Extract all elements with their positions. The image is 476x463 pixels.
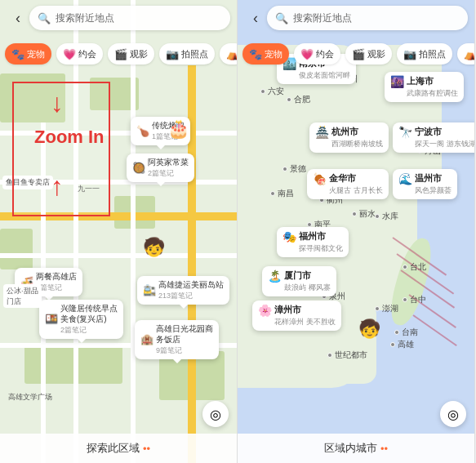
city-wenzhou[interactable]: 🌊 温州市 风色异颜荟 (393, 169, 457, 199)
poi-mrt[interactable]: 🚉 高雄捷运美丽岛站213篇笔记 (137, 276, 229, 305)
hangzhou-icon: 🏯 (315, 126, 329, 139)
right-tab-photo[interactable]: 📷 拍照点 (397, 43, 452, 65)
sea-line-3 (412, 314, 456, 346)
right-bottom-label: 区域内城市 (324, 441, 377, 456)
poi-icon: 🍗 (136, 125, 149, 137)
right-character-icon: 🧒 (358, 318, 380, 340)
city-shanghai[interactable]: 🌆 上海市 武康路有腔调住 (385, 72, 464, 102)
ningbo-icon: 🔭 (398, 126, 412, 139)
poi-hotel[interactable]: 🏨 高雄日光花园商务饭店9篇笔记 (135, 320, 219, 359)
poi-xinglong[interactable]: 🍱 兴隆居传统早点美食(复兴店)2篇笔记 (39, 300, 123, 339)
shanghai-icon: 🌆 (390, 75, 404, 88)
xiamen-name: 厦门市 (284, 269, 331, 282)
left-category-tabs: 🐾 宠物 💗 约会 🎬 观影 📷 拍照点 ⛺ (0, 39, 237, 69)
wenzhou-name: 温州市 (415, 172, 452, 185)
city-hangzhou[interactable]: 🏯 杭州市 西湖断桥南坡线 (309, 122, 389, 153)
camp-icon-r: ⛺ (464, 48, 474, 60)
right-location-button[interactable]: ◎ (440, 401, 466, 427)
label-taichung: 台中 (403, 294, 426, 305)
left-search-icon: 🔍 (38, 12, 51, 24)
poi-label: 兴隆居传统早点美食(复兴店)2篇笔记 (60, 303, 118, 336)
label-hefei: 合肥 (287, 94, 310, 105)
city-jinhua[interactable]: 🍖 金华市 火腿古 古月长长 (307, 169, 389, 199)
tab-label: 约会 (78, 48, 96, 60)
right-top-bar: ‹ 🔍 搜索附近地点 (238, 0, 474, 36)
ningbo-name: 宁波市 (415, 126, 475, 138)
left-bottom-bar: 探索此区域 •• (0, 434, 237, 463)
city-fuzhou[interactable]: 🎭 福州市 探寻闽都文化 (277, 227, 349, 257)
map-label-guangchang: 高雄文学广场 (8, 392, 52, 403)
right-search-icon: 🔍 (275, 12, 288, 24)
right-search-bar[interactable]: 🔍 搜索附近地点 (267, 6, 468, 30)
poi-label: 两餐高雄店2篇笔记 (36, 271, 77, 293)
left-tab-photo[interactable]: 📷 拍照点 (159, 43, 215, 65)
city-ningbo[interactable]: 🔭 宁波市 探天一阁 游东钱湖 (393, 122, 475, 153)
left-search-text: 搜索附近地点 (56, 11, 114, 25)
poi-icon: 🏨 (140, 333, 153, 345)
right-back-button[interactable]: ‹ (244, 7, 267, 29)
label-liuan: 六安 (260, 86, 284, 97)
pets-icon: 🐾 (11, 48, 24, 60)
label-taipei: 台北 (403, 261, 426, 273)
left-tab-pets[interactable]: 🐾 宠物 (5, 43, 51, 65)
camp-icon: ⛺ (226, 48, 237, 60)
left-bottom-dots: •• (143, 443, 150, 455)
date-icon: 💗 (63, 48, 76, 60)
poi-icecream: 公冰·甜品门店 (3, 284, 42, 308)
pets-icon-r: 🐾 (249, 48, 262, 60)
right-bottom-bar: 区域内城市 •• (238, 434, 474, 463)
date-icon-r: 💗 (300, 48, 314, 60)
left-back-button[interactable]: ‹ (7, 7, 29, 29)
left-location-button[interactable]: ◎ (202, 401, 229, 427)
shanghai-name: 上海市 (407, 75, 458, 87)
tab-label-r: 宠物 (265, 48, 282, 60)
fuzhou-sub: 探寻闽都文化 (299, 243, 343, 254)
city-xiamen[interactable]: 🏝️ 厦门市 鼓浪屿 椰风寨 (262, 266, 336, 296)
zoom-arrow-down: ↓ (51, 88, 64, 118)
label-shiji: 世纪都市 (327, 349, 367, 361)
left-panel: 九一一 高雄文学广场 🧒 🎂 ↓ ↑ Zoom In 🍗 传统烤鸭1篇笔记 🥘 … (0, 0, 238, 463)
jinhua-icon: 🍖 (313, 172, 327, 185)
zhangzhou-sub: 花样漳州 美不胜收 (274, 317, 336, 327)
ningbo-sub: 探天一阁 游东钱湖 (415, 139, 475, 149)
camera-icon-r: 📷 (403, 48, 416, 60)
hangzhou-sub: 西湖断桥南坡线 (331, 139, 383, 149)
right-tab-pets[interactable]: 🐾 宠物 (242, 43, 289, 65)
zhangzhou-icon: 🌸 (258, 304, 272, 317)
zhangzhou-name: 漳州市 (274, 304, 336, 316)
fuzhou-name: 福州市 (299, 230, 343, 243)
right-search-text: 搜索附近地点 (293, 11, 352, 25)
poi-icon: 🚉 (143, 284, 156, 296)
jinhua-name: 金华市 (329, 172, 383, 185)
tab-label: 拍照点 (181, 48, 208, 60)
wenzhou-sub: 风色异颜荟 (415, 185, 452, 196)
right-tab-date[interactable]: 💗 约会 (294, 43, 340, 65)
tab-label-r4: 拍照点 (419, 48, 446, 60)
zoom-label: Zoom In (34, 127, 105, 148)
left-bottom-label: 探索此区域 (87, 441, 140, 456)
label-gaoxiong: 高雄 (390, 339, 414, 350)
right-tab-movie[interactable]: 🎬 观影 (345, 43, 392, 65)
wenzhou-icon: 🌊 (398, 172, 412, 185)
poi-label: 阿英家常菜2篇笔记 (148, 157, 189, 179)
jinhua-sub: 火腿古 古月长长 (329, 185, 383, 196)
poi-label: 高雄日光花园商务饭店9篇笔记 (156, 323, 213, 356)
xiamen-sub: 鼓浪屿 椰风寨 (284, 283, 331, 293)
camera-icon: 📷 (166, 48, 179, 60)
left-tab-date[interactable]: 💗 约会 (56, 43, 103, 65)
poi-icon: 🍱 (45, 313, 58, 325)
fuzhou-icon: 🎭 (282, 230, 296, 243)
left-search-bar[interactable]: 🔍 搜索附近地点 (29, 6, 230, 30)
right-location-icon: ◎ (447, 407, 459, 422)
label-shuiku: 水库 (375, 211, 398, 222)
poi-family-food[interactable]: 🥘 阿英家常菜2篇笔记 (127, 154, 194, 182)
right-tab-camp[interactable]: ⛺ (457, 43, 474, 65)
nanjing-sub: 俊皮老面馆河畔 (299, 70, 350, 81)
left-tab-movie[interactable]: 🎬 观影 (108, 43, 154, 65)
left-map: 九一一 高雄文学广场 🧒 🎂 ↓ ↑ Zoom In 🍗 传统烤鸭1篇笔记 🥘 … (0, 0, 237, 463)
city-zhangzhou[interactable]: 🌸 漳州市 花样漳州 美不胜收 (252, 301, 341, 331)
hangzhou-name: 杭州市 (331, 126, 383, 138)
right-bottom-dots: •• (380, 443, 388, 455)
left-tab-camp[interactable]: ⛺ (220, 43, 237, 65)
tab-label: 观影 (130, 48, 148, 60)
